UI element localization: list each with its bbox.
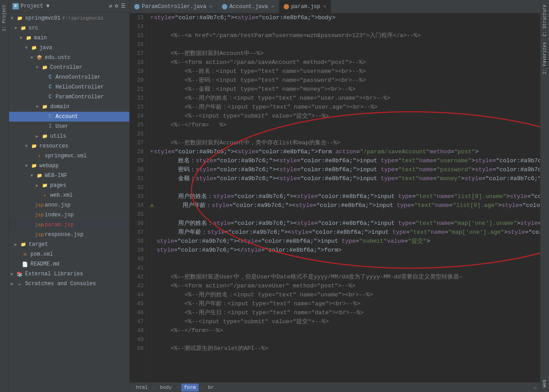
tree-item-java[interactable]: ▼ 📁 java <box>9 43 129 53</box>
code-line <box>150 183 536 192</box>
code-line <box>150 335 536 344</box>
tree-item-pages[interactable]: ▶ 📁 pages <box>9 181 129 190</box>
tree-label-resources: resources <box>39 143 68 149</box>
tree-item-webapp[interactable]: ▼ 📁 webapp <box>9 161 129 171</box>
tree-item-controller[interactable]: ▼ 📁 Controller <box>9 63 129 72</box>
tree-label-edu-ustc: edu.ustc <box>45 55 71 61</box>
tree-item-target[interactable]: ▶ 📁 target <box>9 240 129 249</box>
breadcrumb-form[interactable]: form <box>181 384 198 392</box>
code-line: <%--密码：<input type="text" name="password… <box>150 76 536 85</box>
tree-item-web-inf[interactable]: ▼ 📁 WEB-INF <box>9 171 129 181</box>
tree-item-resources[interactable]: ▼ 📁 resources <box>9 141 129 151</box>
editor-tabs: ParamController.java × Account.java × pa… <box>130 0 540 13</box>
tab-close-param-jsp[interactable]: × <box>323 4 326 9</box>
tree-item-user[interactable]: ▼ I User <box>9 122 129 131</box>
code-line <box>150 264 536 273</box>
tree-item-external-libraries[interactable]: ▶ 📚 External Libraries <box>9 269 129 279</box>
breadcrumb-body[interactable]: body <box>157 384 174 392</box>
tree-item-utils[interactable]: ▶ 📁 utils <box>9 131 129 141</box>
project-icon: P <box>13 3 19 9</box>
right-vertical-tabs: Z: Structure 2: Favorites Web <box>540 0 549 392</box>
gear-icon[interactable]: ⚙ <box>115 3 118 9</box>
structure-vert-tab[interactable]: Z: Structure <box>541 2 548 39</box>
tree-item-annocontroller[interactable]: ▼ C AnnoController <box>9 72 129 82</box>
tree-label-external-libraries: External Libraries <box>25 271 83 277</box>
tree-label-src: src <box>29 25 38 31</box>
tree-item-springmvc01[interactable]: ▼ 📁 springmvc01 F:\springmvc01 <box>9 13 129 23</box>
tree-label-pom-xml: pom.xml <box>30 251 53 257</box>
code-line: <%--姓名：<input type="text" name="username… <box>150 67 536 76</box>
tree-item-index-jsp[interactable]: ▼ jsp index.jsp <box>9 210 129 220</box>
tab-paramcontroller[interactable]: ParamController.java × <box>130 0 217 13</box>
tab-close-account[interactable]: × <box>271 4 274 9</box>
tab-label-param-jsp: param.jsp <box>291 4 320 10</box>
tree-item-readme[interactable]: ▼ 📄 README.md <box>9 259 129 269</box>
tree-label-main: main <box>34 35 47 41</box>
tree-label-domain: domain <box>50 104 69 110</box>
tree-item-src[interactable]: ▼ 📁 src <box>9 23 129 33</box>
settings-icon[interactable]: ☰ <box>121 3 126 9</box>
code-line: <%--测试原生的Servlet的API--%> <box>150 344 536 353</box>
code-line: <%--把数据封装到Account中，类中存在list和map的集合--%> <box>150 139 536 148</box>
tree-label-utils: utils <box>50 133 66 139</box>
breadcrumb-html[interactable]: html <box>133 384 150 392</box>
bottom-status-bar: html › body › form › br ▬ <box>130 382 540 392</box>
tree-item-response-jsp[interactable]: ▼ jsp response.jsp <box>9 230 129 240</box>
tree-item-paramcontroller[interactable]: ▼ C ParamController <box>9 92 129 102</box>
tree-label-account: Account <box>55 114 78 120</box>
tree-item-main[interactable]: ▼ 📁 main <box>9 33 129 43</box>
tree-label-index-jsp: index.jsp <box>45 212 74 218</box>
sync-icon[interactable]: ⇄ <box>109 3 112 9</box>
code-line: <%--用户年龄：<input type="text" name="user.a… <box>150 103 536 112</box>
tree-label-response-jsp: response.jsp <box>45 232 83 238</box>
sidebar-tree: ▼ 📁 springmvc01 F:\springmvc01 ▼ 📁 src ▼… <box>9 13 129 392</box>
tree-label-paramcontroller: ParamController <box>55 94 104 100</box>
tree-item-springmvc-xml[interactable]: ▼ ✦ springmvc.xml <box>9 151 129 161</box>
tree-label-java: java <box>39 45 52 51</box>
web-vert-tab[interactable]: Web <box>541 377 548 390</box>
code-line: style="color:#a9b7c6;"></style="color:#e… <box>150 246 536 255</box>
code-line: <%--用户生日：<input type="text" name="date">… <box>150 308 536 317</box>
tab-label-account: Account.java <box>230 4 268 10</box>
tree-label-web-inf: WEB-INF <box>45 173 67 179</box>
tree-label-hellocontroller: HelloController <box>55 84 104 90</box>
tree-item-pom-xml[interactable]: ▼ m pom.xml <box>9 249 129 259</box>
code-content[interactable]: ▼ style="color:#a9b7c6;"><style="color:#… <box>147 13 540 382</box>
code-line: 姓名：style="color:#a9b7c6;"><style="color:… <box>150 156 536 165</box>
tab-close-paramcontroller[interactable]: × <box>209 4 213 9</box>
tree-item-edu-ustc[interactable]: ▼ 📦 edu.ustc <box>9 53 129 63</box>
tab-account[interactable]: Account.java × <box>217 0 279 13</box>
left-vertical-tabs: 1: Project <box>0 0 9 392</box>
tree-item-account[interactable]: ▼ C Account <box>9 112 129 122</box>
tab-label-paramcontroller: ParamController.java <box>142 4 206 10</box>
code-line: <%--<a href="/param/testParam?username=w… <box>150 31 536 40</box>
code-line <box>150 22 536 31</box>
tree-path: F:\springmvc01 <box>62 16 103 21</box>
tab-param-jsp[interactable]: param.jsp × <box>279 0 331 13</box>
code-line: <%--金额：<input type="text" name="money"><… <box>150 85 536 94</box>
tree-item-param-jsp[interactable]: ▼ jsp param.jsp <box>9 220 129 230</box>
tree-item-scratches[interactable]: ▶ ✏ Scratches and Consoles <box>9 279 129 289</box>
tree-label-anno-jsp: anno.jsp <box>45 202 71 208</box>
tab-icon-paramcontroller <box>134 4 140 9</box>
tree-label-controller: Controller <box>50 64 82 71</box>
tab-icon-param-jsp <box>284 4 289 9</box>
fold-button[interactable]: ▼ <box>150 13 153 22</box>
tree-label-springmvc01: springmvc01 <box>25 15 60 21</box>
tree-label-scratches: Scratches and Consoles <box>25 281 96 287</box>
fold-button[interactable]: ▼ <box>150 148 153 156</box>
tree-label-web-xml: web.xml <box>50 192 72 198</box>
main-panel: ParamController.java × Account.java × pa… <box>130 0 540 392</box>
tree-item-anno-jsp[interactable]: ▼ jsp anno.jsp <box>9 200 129 210</box>
tree-label-readme: README.md <box>30 261 60 267</box>
tree-label-user: User <box>55 123 68 130</box>
tree-item-web-xml[interactable]: ▼ ✦ web.xml <box>9 190 129 200</box>
favorites-vert-tab[interactable]: 2: Favorites <box>541 39 548 77</box>
tree-item-domain[interactable]: ▼ 📁 domain <box>9 102 129 112</box>
tree-item-hellocontroller[interactable]: ▼ C HelloController <box>9 82 129 92</box>
sidebar-header: P Project ▼ ⇄ ⚙ ☰ <box>9 0 129 13</box>
code-line: 用户年龄：style="color:#a9b7c6;"><style="colo… <box>150 228 536 237</box>
code-line: <%--<input type="submit" value="提交">--%> <box>150 112 536 121</box>
project-vert-tab[interactable]: 1: Project <box>1 2 8 34</box>
breadcrumb-br[interactable]: br <box>205 384 217 392</box>
